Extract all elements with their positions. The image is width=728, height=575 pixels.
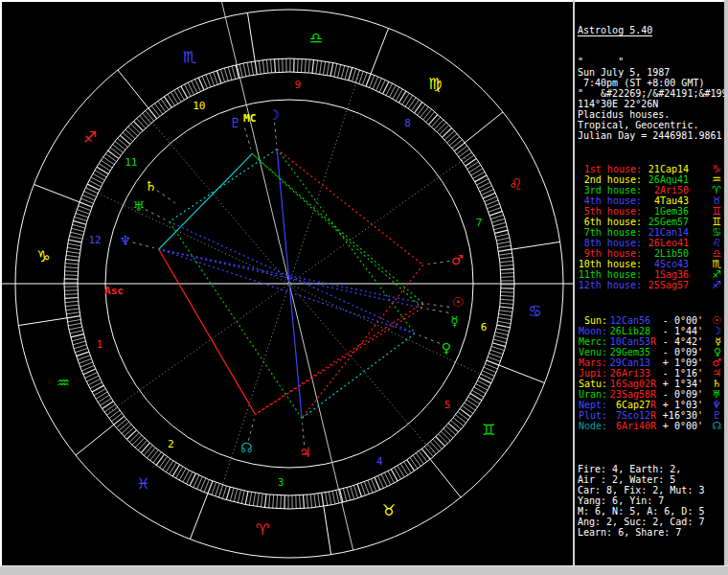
planet-row: Merc:10Can53R- 4°42'☿	[578, 336, 724, 347]
house-cusp-value: 21Cap14	[642, 164, 689, 174]
house-number: 2	[168, 438, 174, 450]
house-label: 4th house:	[578, 196, 642, 206]
wheel-planet-icon-nept: ♆	[120, 233, 132, 248]
wheel-sign-icon-virgo: ♍	[428, 75, 442, 93]
header-line: " &#22269;/&#24191;&#199	[578, 88, 724, 99]
wheel-sign-icon-capricorn: ♑	[36, 247, 50, 265]
planet-row: Moon:26Lib28- 1°44'☽	[578, 326, 724, 336]
planet-position-value: 26Ari33	[607, 368, 650, 379]
wheel-planet-icon-sun: ☉	[452, 294, 465, 310]
house-number: 6	[481, 321, 488, 334]
wheel-planet-icon-uran: ♅	[132, 198, 145, 214]
window-border-top	[0, 0, 728, 2]
house-row: 7th house:21Can14♋	[578, 227, 724, 238]
header-line: Placidus houses.	[578, 109, 724, 120]
aspect-line-sextile	[170, 150, 277, 222]
retrograde-indicator: R	[650, 379, 657, 389]
planet-velocity-value: - 0°00'	[657, 315, 703, 326]
house-row: 12th house:25Sag57♐	[578, 280, 724, 290]
planet-row: Satu:16Sag02R+ 1°34'♄	[578, 379, 724, 389]
house-row: 5th house:1Gem36♊	[578, 206, 724, 217]
planet-position-value: 29Gem35	[607, 347, 650, 357]
planet-pointer-line	[157, 191, 175, 203]
planet-label: Node:	[578, 421, 607, 431]
aspect-line-sextile	[159, 153, 253, 249]
planet-list: Sun:12Can56- 0°00'☉Moon:26Lib28- 1°44'☽M…	[578, 315, 724, 431]
house-row: 1st house:21Cap14♑	[578, 164, 724, 174]
house-cusp-value: 1Sag36	[642, 269, 689, 280]
planet-pointer-line	[427, 304, 449, 307]
aspect-line-trine	[252, 153, 422, 303]
sign-boundary-line	[118, 70, 148, 108]
house-cusp-value: 26Leo41	[642, 238, 689, 248]
house-number: 8	[404, 117, 411, 129]
wheel-sign-icon-taurus: ♉	[382, 501, 396, 519]
wheel-sign-icon-aquarius: ♒	[57, 374, 70, 392]
header-line: Tropical, Geocentric.	[578, 120, 724, 130]
house-number: 1	[97, 338, 103, 351]
window-border-right	[724, 0, 728, 565]
aspect-line-trine	[252, 153, 421, 308]
house-row: 3rd house:2Ari50♈	[578, 185, 724, 196]
aspect-line-square	[159, 249, 256, 414]
window-border-left	[0, 0, 2, 565]
planet-position-value: 16Sag02	[607, 379, 650, 389]
house-number: 12	[88, 234, 101, 246]
aspect-line-square	[302, 264, 423, 418]
sign-boundary-line	[430, 459, 461, 497]
stats-list: Fire: 4, Earth: 2,Air : 2, Water: 5Car: …	[578, 464, 724, 538]
header-line: 114°30E 22°26N	[578, 99, 724, 109]
retrograde-indicator: R	[650, 336, 657, 347]
stat-line: M: 6, N: 5, A: 6, D: 5	[578, 506, 724, 517]
planet-label: Moon:	[578, 326, 607, 336]
house-label: 5th house:	[578, 206, 642, 217]
aspect-line-square	[277, 150, 422, 265]
planet-velocity-value: + 1°34'	[657, 379, 703, 389]
wheel-planet-icon-plut: ♇	[230, 115, 242, 130]
house-cusp-value: 25Sag57	[642, 280, 689, 290]
planet-row: Mars:29Can13+ 1°09'♂	[578, 357, 724, 368]
planet-row: Nept:6Cap27R+ 1°03'♆	[578, 400, 724, 410]
house-row: 11th house:1Sag36♐	[578, 269, 724, 280]
planet-velocity-value: + 0°00'	[657, 421, 703, 431]
house-number: 7	[476, 217, 483, 229]
house-cusp-value: 25Gem57	[642, 217, 689, 227]
sign-boundary-line	[499, 365, 545, 382]
planet-label: Nept:	[578, 400, 607, 410]
planet-position-value: 10Can53	[607, 336, 650, 347]
planet-position-value: 6Ari40	[607, 421, 650, 431]
house-cusp-value: 2Lib50	[642, 248, 689, 259]
planet-velocity-value: + 1°03'	[657, 400, 703, 410]
retrograde-indicator: R	[650, 400, 657, 410]
sign-boundary-line	[465, 112, 503, 143]
house-label: 11th house:	[578, 269, 642, 280]
panel-divider	[573, 0, 575, 565]
house-label: 12th house:	[578, 280, 642, 290]
header-line: Julian Day = 2446981.9861	[578, 130, 724, 141]
planet-position-value: 23Sag58	[607, 389, 650, 400]
header-lines: " "Sun July 5, 1987 7:40pm (ST +8:00 GMT…	[578, 57, 724, 141]
house-label: 10th house:	[578, 259, 642, 269]
planet-position-value: 6Cap27	[607, 400, 650, 410]
house-row: 8th house:26Leo41♌	[578, 238, 724, 248]
wheel-sign-icon-scorpio: ♏	[183, 48, 196, 66]
planet-row: Jupi:26Ari33- 1°16'♃	[578, 368, 724, 379]
wheel-sign-icon-libra: ♎	[309, 29, 323, 47]
wheel-sign-icon-sagittarius: ♐	[83, 128, 97, 147]
planet-row: Uran:23Sag58R- 0°09'♅	[578, 389, 724, 400]
house-cusp-value: 2Ari50	[642, 185, 689, 196]
house-number: 10	[193, 100, 205, 112]
house-row: 9th house:2Lib50♎	[578, 248, 724, 259]
planet-row: Sun:12Can56- 0°00'☉	[578, 315, 724, 326]
planet-pointer-line	[420, 335, 440, 343]
planet-label: Venu:	[578, 347, 607, 357]
sign-boundary-line	[324, 506, 331, 554]
house-label: 3rd house:	[578, 185, 642, 196]
chart-wheel: ☉☽☿♀♂♃♄♅♆♇☊123456789101112♈♉♊♋♌♍♎♏♐♑♒♓MC…	[0, 0, 574, 565]
planet-velocity-value: - 0°09'	[657, 347, 703, 357]
stat-line: Learn: 6, Share: 7	[578, 527, 724, 538]
sign-boundary-line	[371, 28, 388, 74]
stat-line: Fire: 4, Earth: 2,	[578, 464, 724, 474]
house-label: 9th house:	[578, 248, 642, 259]
wheel-sign-icon-aries: ♈	[256, 520, 269, 539]
